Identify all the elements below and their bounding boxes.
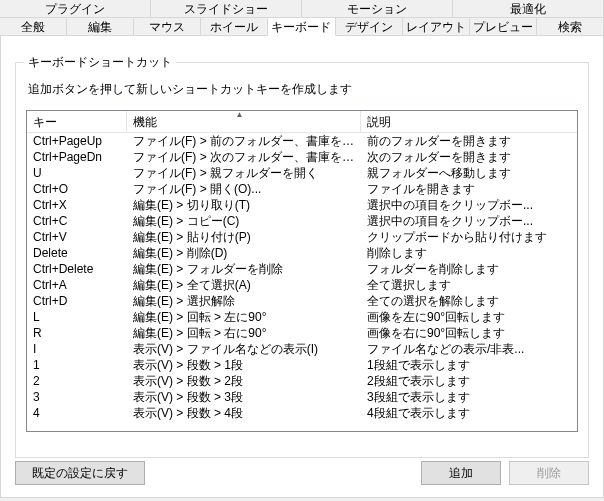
cell-key: Ctrl+O bbox=[27, 181, 127, 197]
delete-button: 削除 bbox=[509, 461, 589, 485]
cell-key: Delete bbox=[27, 245, 127, 261]
cell-key: U bbox=[27, 165, 127, 181]
cell-description: 2段組で表示します bbox=[361, 373, 577, 389]
table-row[interactable]: Ctrl+PageDnファイル(F) > 次のフォルダー、書庫を開く次のフォルダ… bbox=[27, 149, 577, 165]
table-row[interactable]: Ctrl+Oファイル(F) > 開く(O)...ファイルを開きます bbox=[27, 181, 577, 197]
cell-function: 表示(V) > 段数 > 3段 bbox=[127, 389, 361, 405]
column-header-function[interactable]: 機能 ▲ bbox=[127, 111, 361, 132]
cell-key: Ctrl+A bbox=[27, 277, 127, 293]
cell-function: 編集(E) > 全て選択(A) bbox=[127, 277, 361, 293]
cell-function: 編集(E) > 切り取り(T) bbox=[127, 197, 361, 213]
tab-3[interactable]: ホイール bbox=[200, 17, 268, 36]
cell-description: 選択中の項目をクリップボー... bbox=[361, 197, 577, 213]
cell-description: 1段組で表示します bbox=[361, 357, 577, 373]
list-body[interactable]: Ctrl+PageUpファイル(F) > 前のフォルダー、書庫を開く前のフォルダ… bbox=[27, 133, 577, 431]
tab-6[interactable]: レイアウト bbox=[402, 17, 470, 36]
cell-description: 全ての選択を解除します bbox=[361, 293, 577, 309]
cell-description: ファイルを開きます bbox=[361, 181, 577, 197]
cell-function: ファイル(F) > 前のフォルダー、書庫を開く bbox=[127, 133, 361, 149]
cell-key: 4 bbox=[27, 405, 127, 421]
cell-description: ファイル名などの表示/非表... bbox=[361, 341, 577, 357]
shortcut-group: キーボードショートカット 追加ボタンを押して新しいショートカットキーを作成します… bbox=[15, 62, 589, 458]
cell-function: 編集(E) > コピー(C) bbox=[127, 213, 361, 229]
table-row[interactable]: Ctrl+PageUpファイル(F) > 前のフォルダー、書庫を開く前のフォルダ… bbox=[27, 133, 577, 149]
tab-1[interactable]: 編集 bbox=[66, 17, 134, 36]
cell-function: ファイル(F) > 次のフォルダー、書庫を開く bbox=[127, 149, 361, 165]
cell-description: 全て選択します bbox=[361, 277, 577, 293]
table-row[interactable]: 2表示(V) > 段数 > 2段2段組で表示します bbox=[27, 373, 577, 389]
cell-key: 3 bbox=[27, 389, 127, 405]
table-row[interactable]: Ctrl+C編集(E) > コピー(C)選択中の項目をクリップボー... bbox=[27, 213, 577, 229]
table-row[interactable]: I表示(V) > ファイル名などの表示(I)ファイル名などの表示/非表... bbox=[27, 341, 577, 357]
button-row: 既定の設定に戻す 追加 削除 bbox=[15, 461, 589, 485]
cell-function: ファイル(F) > 親フォルダーを開く bbox=[127, 165, 361, 181]
tab-2[interactable]: モーション bbox=[301, 0, 453, 18]
cell-function: 編集(E) > フォルダーを削除 bbox=[127, 261, 361, 277]
tab-panel-keyboard: キーボードショートカット 追加ボタンを押して新しいショートカットキーを作成します… bbox=[0, 36, 604, 498]
cell-description: 削除します bbox=[361, 245, 577, 261]
tab-3[interactable]: 最適化 bbox=[452, 0, 604, 18]
column-header-description[interactable]: 説明 bbox=[361, 111, 577, 132]
cell-function: 表示(V) > 段数 > 2段 bbox=[127, 373, 361, 389]
group-title: キーボードショートカット bbox=[24, 54, 176, 71]
cell-key: Ctrl+C bbox=[27, 213, 127, 229]
list-header: キー 機能 ▲ 説明 bbox=[27, 111, 577, 133]
tab-1[interactable]: スライドショー bbox=[150, 0, 302, 18]
group-description: 追加ボタンを押して新しいショートカットキーを作成します bbox=[28, 81, 576, 98]
cell-key: 2 bbox=[27, 373, 127, 389]
table-row[interactable]: L編集(E) > 回転 > 左に90°画像を左に90°回転します bbox=[27, 309, 577, 325]
tab-5[interactable]: デザイン bbox=[335, 17, 403, 36]
column-header-function-label: 機能 bbox=[133, 115, 157, 129]
cell-function: 編集(E) > 貼り付け(P) bbox=[127, 229, 361, 245]
tab-7[interactable]: プレビュー bbox=[469, 17, 537, 36]
tab-row-2: 全般編集マウスホイールキーボードデザインレイアウトプレビュー検索 bbox=[0, 18, 604, 36]
add-button[interactable]: 追加 bbox=[421, 461, 501, 485]
shortcut-list[interactable]: キー 機能 ▲ 説明 Ctrl+PageUpファイル(F) > 前のフォルダー、… bbox=[26, 110, 578, 432]
cell-description: 4段組で表示します bbox=[361, 405, 577, 421]
table-row[interactable]: Delete編集(E) > 削除(D)削除します bbox=[27, 245, 577, 261]
tab-0[interactable]: プラグイン bbox=[0, 0, 151, 18]
sort-asc-icon: ▲ bbox=[236, 111, 244, 119]
table-row[interactable]: Ctrl+A編集(E) > 全て選択(A)全て選択します bbox=[27, 277, 577, 293]
tab-2[interactable]: マウス bbox=[133, 17, 201, 36]
table-row[interactable]: Ctrl+X編集(E) > 切り取り(T)選択中の項目をクリップボー... bbox=[27, 197, 577, 213]
settings-dialog: プラグインスライドショーモーション最適化 全般編集マウスホイールキーボードデザイ… bbox=[0, 0, 604, 501]
cell-description: 次のフォルダーを開きます bbox=[361, 149, 577, 165]
cell-key: Ctrl+Delete bbox=[27, 261, 127, 277]
table-row[interactable]: Ctrl+V編集(E) > 貼り付け(P)クリップボードから貼り付けます bbox=[27, 229, 577, 245]
cell-description: クリップボードから貼り付けます bbox=[361, 229, 577, 245]
cell-key: Ctrl+X bbox=[27, 197, 127, 213]
cell-description: 3段組で表示します bbox=[361, 389, 577, 405]
cell-key: L bbox=[27, 309, 127, 325]
table-row[interactable]: Ctrl+Delete編集(E) > フォルダーを削除フォルダーを削除します bbox=[27, 261, 577, 277]
table-row[interactable]: Uファイル(F) > 親フォルダーを開く親フォルダーへ移動します bbox=[27, 165, 577, 181]
table-row[interactable]: 1表示(V) > 段数 > 1段1段組で表示します bbox=[27, 357, 577, 373]
cell-description: 画像を右に90°回転します bbox=[361, 325, 577, 341]
cell-function: 編集(E) > 回転 > 左に90° bbox=[127, 309, 361, 325]
table-row[interactable]: 4表示(V) > 段数 > 4段4段組で表示します bbox=[27, 405, 577, 421]
cell-key: Ctrl+D bbox=[27, 293, 127, 309]
cell-description: 前のフォルダーを開きます bbox=[361, 133, 577, 149]
table-row[interactable]: 3表示(V) > 段数 > 3段3段組で表示します bbox=[27, 389, 577, 405]
table-row[interactable]: R編集(E) > 回転 > 右に90°画像を右に90°回転します bbox=[27, 325, 577, 341]
cell-function: 表示(V) > 段数 > 4段 bbox=[127, 405, 361, 421]
table-row[interactable]: Ctrl+D編集(E) > 選択解除全ての選択を解除します bbox=[27, 293, 577, 309]
column-header-key[interactable]: キー bbox=[27, 111, 127, 132]
cell-function: 表示(V) > ファイル名などの表示(I) bbox=[127, 341, 361, 357]
tab-0[interactable]: 全般 bbox=[0, 17, 67, 36]
cell-function: 編集(E) > 削除(D) bbox=[127, 245, 361, 261]
cell-function: 表示(V) > 段数 > 1段 bbox=[127, 357, 361, 373]
cell-description: 親フォルダーへ移動します bbox=[361, 165, 577, 181]
cell-function: 編集(E) > 選択解除 bbox=[127, 293, 361, 309]
cell-key: Ctrl+V bbox=[27, 229, 127, 245]
tab-strip: プラグインスライドショーモーション最適化 全般編集マウスホイールキーボードデザイ… bbox=[0, 0, 604, 36]
cell-description: フォルダーを削除します bbox=[361, 261, 577, 277]
tab-8[interactable]: 検索 bbox=[536, 17, 604, 36]
tab-4[interactable]: キーボード bbox=[267, 17, 335, 36]
reset-defaults-button[interactable]: 既定の設定に戻す bbox=[15, 461, 145, 485]
cell-key: Ctrl+PageUp bbox=[27, 133, 127, 149]
cell-function: ファイル(F) > 開く(O)... bbox=[127, 181, 361, 197]
cell-function: 編集(E) > 回転 > 右に90° bbox=[127, 325, 361, 341]
cell-key: 1 bbox=[27, 357, 127, 373]
cell-description: 画像を左に90°回転します bbox=[361, 309, 577, 325]
